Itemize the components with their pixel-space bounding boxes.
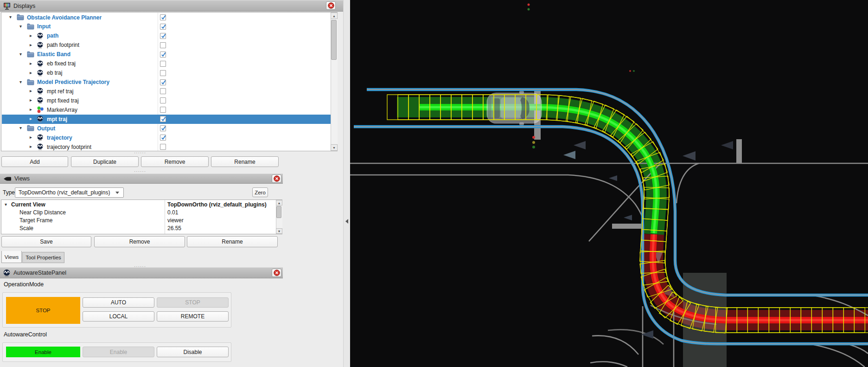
caret-down-icon[interactable]: ▾: [5, 202, 7, 207]
display-enable-checkbox[interactable]: [160, 144, 166, 150]
property-value[interactable]: viewer: [167, 217, 184, 224]
tree-item-label: Model Predictive Trajectory: [37, 79, 109, 85]
local-button[interactable]: LOCAL: [83, 311, 154, 322]
tab-tool-properties[interactable]: Tool Properties: [22, 252, 64, 263]
caret-right-icon[interactable]: ▸: [30, 107, 32, 112]
property-row[interactable]: Near Clip Distance0.01: [2, 209, 275, 217]
property-name: Target Frame: [19, 217, 52, 224]
displays-panel-header[interactable]: Displays: [0, 0, 343, 12]
display-enable-checkbox[interactable]: [160, 52, 166, 58]
scroll-up-icon[interactable]: ▲: [276, 200, 282, 206]
views-panel-header[interactable]: Views: [0, 174, 283, 184]
rename-view-button[interactable]: Rename: [187, 236, 278, 247]
tree-row[interactable]: ▾Model Predictive Trajectory: [2, 78, 331, 87]
display-enable-checkbox[interactable]: [160, 135, 166, 141]
render-view[interactable]: [350, 0, 868, 367]
view-type-value: TopDownOrtho (rviz_default_plugins): [19, 189, 110, 196]
property-row[interactable]: ▾Current ViewTopDownOrtho (rviz_default_…: [2, 201, 275, 209]
scroll-up-icon[interactable]: ▲: [331, 13, 338, 19]
tree-row[interactable]: ▸MarkerArray: [2, 105, 331, 115]
tree-row[interactable]: ▾Elastic Band: [2, 50, 331, 59]
caret-right-icon[interactable]: ▸: [30, 70, 32, 75]
camera-icon: [4, 176, 12, 181]
display-enable-checkbox[interactable]: [160, 79, 166, 85]
remove-view-button[interactable]: Remove: [94, 236, 185, 247]
scroll-down-icon[interactable]: ▼: [331, 144, 338, 151]
display-enable-checkbox[interactable]: [160, 107, 166, 113]
state-panel-close-button[interactable]: [272, 269, 281, 277]
tree-row[interactable]: ▸mpt fixed traj: [2, 96, 331, 105]
displays-tree[interactable]: ▾Obstacle Avoidance Planner▾Input▸path▸p…: [1, 12, 338, 151]
duplicate-button[interactable]: Duplicate: [71, 156, 139, 167]
display-enable-checkbox[interactable]: [160, 116, 166, 122]
remove-display-button[interactable]: Remove: [141, 156, 209, 167]
property-value[interactable]: 26.55: [167, 225, 181, 232]
view-type-dropdown[interactable]: TopDownOrtho (rviz_default_plugins): [15, 187, 124, 198]
tree-row[interactable]: ▸mpt traj: [2, 115, 331, 124]
caret-right-icon[interactable]: ▸: [30, 88, 32, 93]
display-enable-checkbox[interactable]: [160, 70, 166, 76]
autoware-logo-icon: [3, 269, 11, 277]
caret-down-icon[interactable]: ▾: [19, 79, 22, 84]
caret-right-icon[interactable]: ▸: [30, 61, 32, 66]
panel-collapse-arrow-icon[interactable]: [345, 219, 348, 224]
tree-item-label: Elastic Band: [37, 51, 70, 58]
tab-views[interactable]: Views: [1, 251, 22, 263]
property-row[interactable]: Scale26.55: [2, 225, 275, 232]
display-enable-checkbox[interactable]: [160, 125, 166, 131]
disable-button[interactable]: Disable: [157, 347, 229, 357]
display-enable-checkbox[interactable]: [160, 97, 166, 103]
caret-right-icon[interactable]: ▸: [30, 97, 32, 103]
auto-button[interactable]: AUTO: [83, 297, 154, 308]
traffic-light-dot: [629, 70, 631, 72]
property-row[interactable]: Target Frameviewer: [2, 217, 275, 225]
tree-row[interactable]: ▸path footprint: [2, 41, 331, 50]
caret-down-icon[interactable]: ▾: [9, 14, 12, 19]
property-value[interactable]: 0.01: [167, 209, 178, 216]
caret-down-icon[interactable]: ▾: [19, 125, 22, 130]
caret-right-icon[interactable]: ▸: [30, 42, 32, 47]
autoware-control-status: Enable: [6, 347, 80, 357]
add-button[interactable]: Add: [1, 156, 68, 167]
display-enable-checkbox[interactable]: [160, 14, 166, 20]
views-close-button[interactable]: [272, 174, 281, 183]
remote-button[interactable]: REMOTE: [157, 311, 229, 322]
caret-down-icon[interactable]: ▾: [19, 52, 22, 57]
caret-right-icon[interactable]: ▸: [30, 135, 32, 140]
display-enable-checkbox[interactable]: [160, 24, 166, 30]
view-properties-table[interactable]: ▾Current ViewTopDownOrtho (rviz_default_…: [1, 200, 282, 234]
tree-row[interactable]: ▾Output: [2, 124, 331, 133]
tree-row[interactable]: ▸mpt ref traj: [2, 87, 331, 96]
tree-row[interactable]: ▸eb traj: [2, 69, 331, 78]
caret-right-icon[interactable]: ▸: [30, 144, 32, 149]
autoware-icon: [37, 88, 44, 95]
tree-scrollbar-thumb[interactable]: [331, 20, 337, 60]
close-icon: [274, 270, 280, 276]
save-view-button[interactable]: Save: [1, 236, 91, 247]
tree-row[interactable]: ▾Obstacle Avoidance Planner: [2, 13, 331, 22]
tree-item-label: MarkerArray: [47, 107, 77, 113]
caret-down-icon[interactable]: ▾: [19, 24, 22, 29]
tree-row[interactable]: ▾Input: [2, 22, 331, 32]
traffic-light-dot: [532, 141, 535, 144]
state-panel-header[interactable]: AutowareStatePanel: [0, 267, 283, 278]
tree-row[interactable]: ▸eb fixed traj: [2, 59, 331, 69]
display-enable-checkbox[interactable]: [160, 88, 166, 94]
zero-button[interactable]: Zero: [252, 187, 268, 197]
display-enable-checkbox[interactable]: [160, 61, 166, 67]
display-enable-checkbox[interactable]: [160, 33, 166, 39]
tree-row[interactable]: ▸trajectory: [2, 133, 331, 142]
splitter-grip[interactable]: ······: [121, 150, 159, 155]
table-scrollbar-thumb[interactable]: [276, 206, 281, 218]
caret-right-icon[interactable]: ▸: [30, 33, 32, 38]
dock-splitter[interactable]: [343, 0, 350, 367]
tree-row[interactable]: ▸trajectory footprint: [2, 142, 331, 152]
display-enable-checkbox[interactable]: [160, 42, 166, 48]
tree-row[interactable]: ▸path: [2, 32, 331, 41]
property-value[interactable]: TopDownOrtho (rviz_default_plugins): [167, 201, 267, 208]
displays-close-button[interactable]: [326, 1, 336, 10]
rename-display-button[interactable]: Rename: [211, 156, 279, 167]
caret-right-icon[interactable]: ▸: [30, 116, 32, 121]
scroll-down-icon[interactable]: ▼: [276, 228, 282, 234]
autoware-icon: [37, 97, 44, 104]
